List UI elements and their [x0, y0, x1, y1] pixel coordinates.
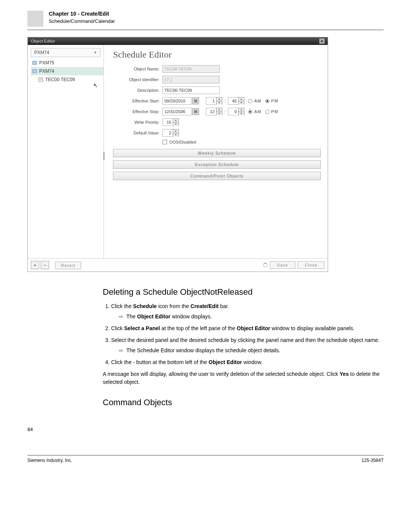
tree-item-tec00[interactable]: TEC00 TEC09 [31, 75, 104, 84]
object-id-field[interactable] [162, 76, 220, 83]
arrow-icon: ⇨ [119, 313, 123, 321]
stop-am-radio[interactable] [248, 110, 252, 114]
label-effective-start: Effective Start: [113, 99, 162, 103]
left-pane: PXM74 ▼ PXM75 PXM74 TEC00 TEC09 [28, 45, 104, 258]
panel-icon [32, 69, 37, 73]
hour-spinner[interactable]: ▲▼ [216, 97, 222, 105]
effective-stop-date[interactable] [162, 108, 191, 115]
effective-start-min[interactable] [228, 97, 239, 105]
revert-button[interactable]: Revert [55, 262, 81, 269]
minute-spinner[interactable]: ▲▼ [238, 108, 244, 115]
busy-icon [263, 263, 268, 267]
label-default-value: Default Value: [113, 131, 162, 135]
time-colon: : [225, 109, 226, 114]
default-value-field[interactable] [162, 129, 173, 137]
calendar-icon[interactable] [192, 108, 199, 115]
tree-item-pxm75[interactable]: PXM75 [31, 59, 104, 67]
object-name-field[interactable] [162, 65, 220, 73]
oos-checkbox[interactable] [162, 140, 167, 144]
object-editor-title: Object Editor [31, 39, 55, 43]
page-footer: Siemens Industry, Inc. 125-3584T [27, 455, 384, 463]
schedule-icon [38, 77, 43, 82]
write-priority-field[interactable] [162, 118, 173, 126]
object-editor-window: Object Editor × PXM74 ▼ PXM75 PXM74 [27, 37, 328, 272]
footer-right: 125-3584T [362, 458, 384, 463]
object-editor-footer: + − Revert Save Close [28, 258, 328, 272]
default-spinner[interactable]: ▲▼ [173, 129, 179, 137]
priority-spinner[interactable]: ▲▼ [173, 118, 179, 126]
effective-stop-hour[interactable] [206, 108, 217, 115]
close-icon[interactable]: × [319, 38, 325, 44]
step-1: Click the Schedule icon from the Create/… [111, 302, 384, 321]
object-editor-titlebar: Object Editor × [28, 37, 328, 45]
step-3: Select the desired panel and the desired… [111, 336, 384, 355]
chapter-title: Chapter 10 - Create/Edit [49, 11, 115, 17]
chapter-subtitle: Schedule/Command/Calendar [49, 18, 115, 24]
right-pane: Schedule Editor Object Name: Object Iden… [104, 45, 328, 258]
cursor-icon: ↖ [93, 82, 98, 88]
schedule-editor-title: Schedule Editor [113, 50, 321, 60]
hour-spinner[interactable]: ▲▼ [216, 108, 222, 115]
step-4: Click the - button at the bottom left of… [111, 358, 384, 366]
label-write-priority: Write Priority: [113, 120, 162, 125]
exception-schedule-button[interactable]: Exception Schedule [113, 160, 321, 169]
paragraph-delete-confirm: A message box will display, allowing the… [103, 370, 384, 386]
effective-start-hour[interactable] [206, 97, 217, 105]
tree-item-pxm74[interactable]: PXM74 [31, 67, 104, 75]
arrow-icon: ⇨ [119, 347, 123, 355]
heading-deleting-schedule: Deleting a Schedule ObjectNotReleased [103, 287, 384, 297]
label-object-id: Object Identifier: [113, 77, 162, 82]
heading-command-objects: Command Objects [103, 398, 384, 407]
page-header: Chapter 10 - Create/Edit Schedule/Comman… [27, 11, 384, 30]
label-description: Description: [113, 88, 162, 93]
close-button[interactable]: Close [298, 261, 325, 269]
chevron-down-icon: ▼ [94, 51, 97, 54]
command-point-objects-button[interactable]: Command/Point Objects [113, 172, 321, 180]
header-block-icon [27, 11, 43, 27]
panel-select-dropdown[interactable]: PXM74 ▼ [31, 48, 100, 57]
oos-label: OOS/Disabled [169, 140, 196, 144]
page-number: 84 [27, 427, 384, 432]
effective-start-date[interactable] [162, 97, 191, 105]
time-colon: : [225, 99, 226, 103]
stop-pm-radio[interactable] [265, 110, 269, 114]
label-object-name: Object Name: [113, 67, 162, 71]
calendar-icon[interactable] [192, 97, 199, 104]
minute-spinner[interactable]: ▲▼ [238, 97, 244, 105]
description-field[interactable] [162, 86, 220, 94]
panel-icon [32, 61, 37, 65]
panel-select-value: PXM74 [34, 50, 49, 55]
weekly-schedule-button[interactable]: Weekly Schedule [113, 149, 321, 157]
add-button[interactable]: + [31, 261, 39, 269]
effective-stop-min[interactable] [228, 108, 239, 115]
step-2: Click Select a Panel at the top of the l… [111, 324, 384, 332]
label-effective-stop: Effective Stop: [113, 109, 162, 114]
document-body: Deleting a Schedule ObjectNotReleased Cl… [103, 287, 384, 407]
remove-button[interactable]: − [41, 261, 49, 269]
panel-tree: PXM75 PXM74 TEC00 TEC09 [28, 59, 104, 84]
start-am-radio[interactable] [248, 99, 252, 103]
start-pm-radio[interactable] [265, 99, 269, 103]
save-button[interactable]: Save [270, 261, 295, 269]
footer-left: Siemens Industry, Inc. [27, 458, 72, 463]
